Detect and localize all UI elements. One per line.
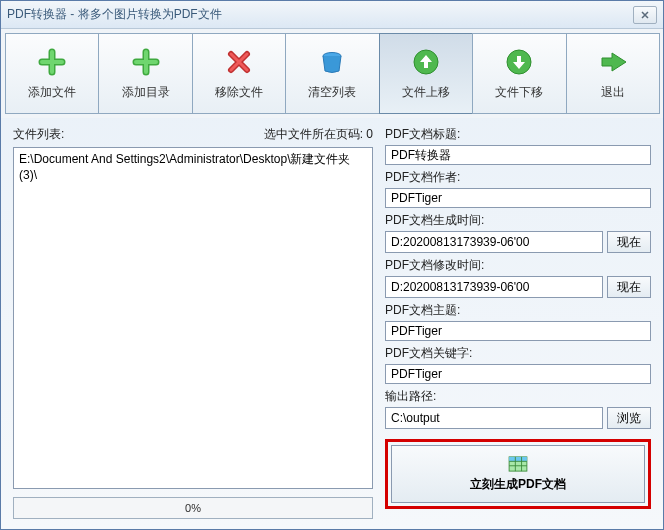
x-icon xyxy=(223,46,255,78)
right-pane: PDF文档标题: PDF文档作者: PDF文档生成时间: 现在 PDF文档修改时… xyxy=(385,126,651,519)
modify-time-input[interactable] xyxy=(385,276,603,298)
titlebar: PDF转换器 - 将多个图片转换为PDF文件 xyxy=(1,1,663,29)
move-up-button[interactable]: 文件上移 xyxy=(379,33,473,114)
add-file-label: 添加文件 xyxy=(28,84,76,101)
progress-text: 0% xyxy=(185,502,201,514)
plus-icon xyxy=(36,46,68,78)
app-window: PDF转换器 - 将多个图片转换为PDF文件 添加文件 添加目录 移除文件 xyxy=(0,0,664,530)
main-content: 文件列表: 选中文件所在页码: 0 E:\Document And Settin… xyxy=(1,118,663,529)
exit-icon xyxy=(597,46,629,78)
create-time-input[interactable] xyxy=(385,231,603,253)
list-item[interactable]: E:\Document And Settings2\Administrator\… xyxy=(19,151,367,182)
exit-button[interactable]: 退出 xyxy=(566,33,660,114)
create-time-label: PDF文档生成时间: xyxy=(385,212,651,229)
generate-highlight: 立刻生成PDF文档 xyxy=(385,439,651,509)
now-button-modify[interactable]: 现在 xyxy=(607,276,651,298)
move-down-label: 文件下移 xyxy=(495,84,543,101)
svg-rect-4 xyxy=(509,456,527,460)
arrow-up-icon xyxy=(410,46,442,78)
keywords-label: PDF文档关键字: xyxy=(385,345,651,362)
keywords-input[interactable] xyxy=(385,364,651,384)
plus-icon xyxy=(130,46,162,78)
left-header: 文件列表: 选中文件所在页码: 0 xyxy=(13,126,373,143)
now-button-create[interactable]: 现在 xyxy=(607,231,651,253)
window-title: PDF转换器 - 将多个图片转换为PDF文件 xyxy=(7,6,633,23)
add-file-button[interactable]: 添加文件 xyxy=(5,33,99,114)
generate-label: 立刻生成PDF文档 xyxy=(470,476,566,493)
modify-time-label: PDF文档修改时间: xyxy=(385,257,651,274)
subject-input[interactable] xyxy=(385,321,651,341)
remove-button[interactable]: 移除文件 xyxy=(192,33,286,114)
clear-button[interactable]: 清空列表 xyxy=(285,33,379,114)
file-list[interactable]: E:\Document And Settings2\Administrator\… xyxy=(13,147,373,489)
add-dir-button[interactable]: 添加目录 xyxy=(98,33,192,114)
left-pane: 文件列表: 选中文件所在页码: 0 E:\Document And Settin… xyxy=(13,126,373,519)
exit-label: 退出 xyxy=(601,84,625,101)
page-status: 选中文件所在页码: 0 xyxy=(264,126,373,143)
clear-label: 清空列表 xyxy=(308,84,356,101)
output-input[interactable] xyxy=(385,407,603,429)
progress-bar: 0% xyxy=(13,497,373,519)
author-input[interactable] xyxy=(385,188,651,208)
remove-label: 移除文件 xyxy=(215,84,263,101)
move-up-label: 文件上移 xyxy=(402,84,450,101)
title-label: PDF文档标题: xyxy=(385,126,651,143)
author-label: PDF文档作者: xyxy=(385,169,651,186)
arrow-down-icon xyxy=(503,46,535,78)
document-icon xyxy=(508,456,528,472)
move-down-button[interactable]: 文件下移 xyxy=(472,33,566,114)
title-input[interactable] xyxy=(385,145,651,165)
subject-label: PDF文档主题: xyxy=(385,302,651,319)
close-icon xyxy=(641,11,649,19)
file-list-label: 文件列表: xyxy=(13,126,64,143)
browse-button[interactable]: 浏览 xyxy=(607,407,651,429)
toolbar: 添加文件 添加目录 移除文件 清空列表 文件上移 xyxy=(1,29,663,118)
generate-button[interactable]: 立刻生成PDF文档 xyxy=(391,445,645,503)
output-label: 输出路径: xyxy=(385,388,651,405)
close-button[interactable] xyxy=(633,6,657,24)
add-dir-label: 添加目录 xyxy=(122,84,170,101)
trash-icon xyxy=(316,46,348,78)
